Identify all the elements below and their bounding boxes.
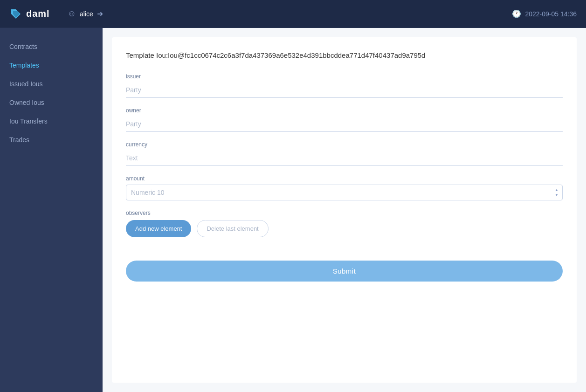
logo: daml xyxy=(9,7,50,21)
issuer-label: issuer xyxy=(126,73,563,80)
content-panel: Template Iou:Iou@fc1cc0674c2c6a3f7da4373… xyxy=(112,37,577,383)
main-content: Template Iou:Iou@fc1cc0674c2c6a3f7da4373… xyxy=(103,28,586,392)
amount-input[interactable] xyxy=(126,185,563,200)
logout-icon[interactable]: ➜ xyxy=(97,9,103,18)
spinner-up[interactable]: ▲ xyxy=(553,188,560,193)
header-right: 🕐 2022-09-05 14:36 xyxy=(512,9,577,18)
amount-input-wrapper: ▲ ▼ xyxy=(126,185,563,200)
timestamp: 2022-09-05 14:36 xyxy=(525,10,577,18)
add-element-button[interactable]: Add new element xyxy=(126,220,191,237)
header-left: daml ☺ alice ➜ xyxy=(9,7,103,21)
submit-button[interactable]: Submit xyxy=(126,261,563,282)
sidebar-item-trades[interactable]: Trades xyxy=(0,131,103,149)
amount-group: amount ▲ ▼ xyxy=(126,175,563,200)
owner-label: owner xyxy=(126,107,563,114)
owner-input[interactable] xyxy=(126,117,563,132)
logo-text: daml xyxy=(26,8,50,19)
observers-label: observers xyxy=(126,210,563,216)
currency-input[interactable] xyxy=(126,151,563,166)
header-user: ☺ alice ➜ xyxy=(68,9,103,19)
observers-buttons: Add new element Delete last element xyxy=(126,220,563,237)
currency-label: currency xyxy=(126,141,563,148)
sidebar-item-contracts[interactable]: Contracts xyxy=(0,37,103,56)
issuer-group: issuer xyxy=(126,73,563,98)
observers-group: observers Add new element Delete last el… xyxy=(126,210,563,237)
user-icon: ☺ xyxy=(68,9,76,19)
username: alice xyxy=(80,10,93,18)
issuer-input[interactable] xyxy=(126,83,563,98)
panel-title: Template Iou:Iou@fc1cc0674c2c6a3f7da4373… xyxy=(126,51,563,59)
header: daml ☺ alice ➜ 🕐 2022-09-05 14:36 xyxy=(0,0,586,28)
sidebar-item-iou-transfers[interactable]: Iou Transfers xyxy=(0,112,103,131)
clock-icon: 🕐 xyxy=(512,9,521,18)
sidebar: Contracts Templates Issued Ious Owned Io… xyxy=(0,28,103,392)
spinner-down[interactable]: ▼ xyxy=(553,193,560,198)
sidebar-item-issued-ious[interactable]: Issued Ious xyxy=(0,75,103,93)
numeric-spinners: ▲ ▼ xyxy=(553,188,560,198)
amount-label: amount xyxy=(126,175,563,182)
sidebar-item-owned-ious[interactable]: Owned Ious xyxy=(0,93,103,112)
delete-element-button[interactable]: Delete last element xyxy=(197,220,268,237)
currency-group: currency xyxy=(126,141,563,166)
app-layout: Contracts Templates Issued Ious Owned Io… xyxy=(0,28,586,392)
sidebar-item-templates[interactable]: Templates xyxy=(0,56,103,75)
owner-group: owner xyxy=(126,107,563,132)
